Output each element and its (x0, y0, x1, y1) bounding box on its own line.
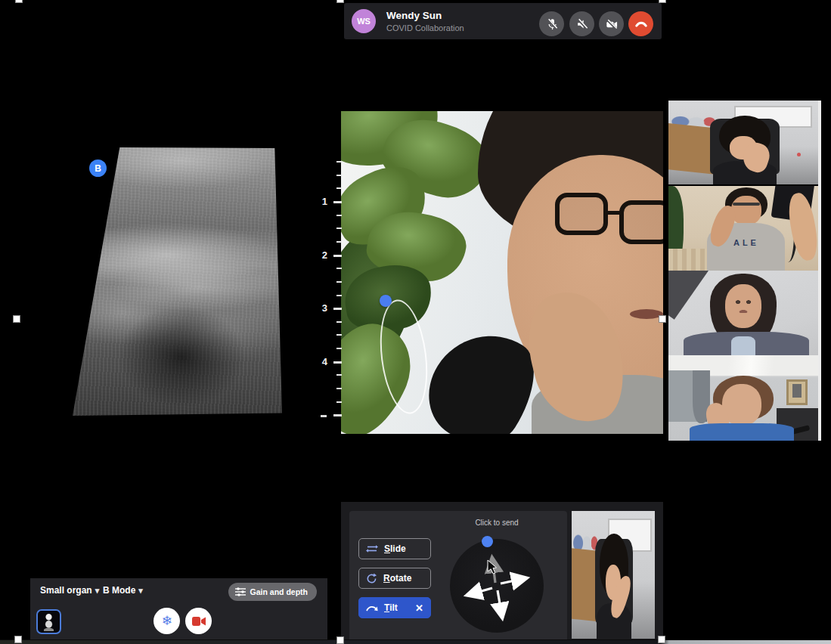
glasses-lens (555, 193, 608, 235)
rotate-button[interactable]: Rotate (358, 568, 431, 589)
thumbnail-column-edge (818, 101, 821, 441)
person-features (733, 299, 754, 313)
close-icon[interactable]: ✕ (415, 602, 423, 614)
call-header: WS Wendy Sun COVID Collaboration (344, 3, 662, 39)
snowflake-icon: ❄ (161, 613, 172, 629)
tilt-label: Tilt (384, 602, 398, 613)
participant-thumbnail-1[interactable] (668, 101, 818, 184)
probe-preview-thumbnail[interactable] (36, 609, 61, 634)
end-call-icon (634, 17, 649, 32)
gain-and-depth-button[interactable]: Gain and depth (228, 583, 317, 601)
tilt-button[interactable]: Tilt ✕ (358, 597, 431, 618)
glasses (733, 203, 760, 206)
shirt-collar (731, 336, 755, 355)
end-call-button[interactable] (628, 11, 653, 36)
speaker-muted-button[interactable] (569, 11, 594, 36)
probe-control-panel: Click to send Slide Rotate Tilt (349, 511, 567, 642)
rotate-icon (366, 573, 377, 584)
preset-dropdown[interactable]: Small organ ▾ (40, 585, 99, 596)
sliders-icon (235, 587, 246, 596)
selection-handle-bottom-center[interactable] (336, 636, 344, 644)
microphone-muted-button[interactable] (539, 11, 564, 36)
room-name: COVID Collaboration (386, 23, 464, 33)
speaker-muted-icon (575, 17, 590, 32)
selection-handle-top-left[interactable] (15, 0, 23, 3)
participant-thumbnail-4[interactable] (668, 355, 818, 441)
camera-muted-icon (604, 17, 619, 32)
chevron-down-icon: ▾ (138, 586, 143, 596)
self-view-thumbnail[interactable] (572, 511, 655, 639)
microphone-muted-icon (544, 17, 560, 32)
chevron-down-icon: ▾ (95, 586, 100, 596)
slide-label: Slide (384, 543, 406, 554)
selection-handle-top-center[interactable] (336, 0, 344, 3)
b-mode-badge: B (89, 159, 107, 177)
main-video-feed[interactable] (341, 111, 663, 434)
selection-handle-top-right[interactable] (659, 0, 666, 3)
wall-shadow (668, 271, 714, 320)
ultrasound-toolbar: Small organ ▾ B Mode ▾ Gain and depth ❄ (30, 578, 327, 639)
participant-thumbnail-3[interactable] (668, 271, 818, 355)
probe-guide-dot-overlay (380, 295, 392, 307)
person-face (731, 196, 761, 224)
slide-icon (366, 544, 378, 553)
background-object (797, 153, 801, 156)
depth-ruler-end-mark (321, 415, 327, 417)
record-button[interactable] (185, 608, 212, 634)
shirt-text: ALE (719, 238, 773, 247)
glasses-bridge (606, 211, 622, 215)
preset-value: Small organ (40, 585, 92, 596)
selection-handle-middle-left[interactable] (13, 315, 20, 323)
tilt-direction-pad[interactable] (450, 539, 544, 633)
depth-ruler: 1234 (318, 147, 342, 429)
rotate-label: Rotate (383, 573, 411, 584)
tilt-icon (366, 604, 378, 612)
slide-button[interactable]: Slide (358, 538, 431, 559)
freeze-button[interactable]: ❄ (153, 608, 180, 634)
avatar: WS (352, 9, 376, 33)
click-to-send-hint: Click to send (449, 519, 544, 527)
probe-control-section: Click to send Slide Rotate Tilt (341, 502, 663, 644)
editor-timeline-strip[interactable] (0, 639, 831, 644)
mode-value: B Mode (103, 585, 135, 596)
probe-icon (44, 613, 54, 631)
camera-muted-button[interactable] (599, 11, 624, 36)
selection-handle-bottom-right[interactable] (658, 636, 665, 643)
video-camera-icon (192, 617, 206, 626)
participant-thumbnail-2[interactable]: ALE (668, 186, 818, 271)
selection-handle-bottom-left[interactable] (14, 636, 22, 643)
person-shirt (690, 423, 795, 441)
direction-arrows (450, 539, 544, 633)
participant-name: Wendy Sun (386, 10, 442, 21)
mode-dropdown[interactable]: B Mode ▾ (103, 585, 143, 596)
gain-and-depth-label: Gain and depth (250, 587, 308, 596)
glasses-lens (619, 200, 663, 244)
selection-handle-middle-right[interactable] (659, 315, 666, 323)
ultrasound-image (73, 147, 282, 416)
picture-frame-art (792, 384, 802, 398)
tilt-target-dot[interactable] (482, 536, 493, 547)
